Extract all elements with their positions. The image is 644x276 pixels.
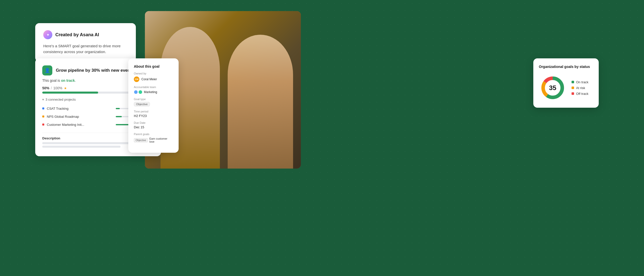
star-icon: ★: [64, 86, 67, 90]
project-progress-fill-csat: [116, 108, 120, 109]
parent-goals-label: Parent goals: [134, 133, 173, 136]
legend-item-at-risk: At risk: [572, 86, 588, 90]
project-dot-csat: [42, 107, 44, 109]
chart-area: 35 On track At risk Off track: [539, 74, 593, 102]
ai-icon: ✦: [43, 30, 52, 39]
project-dot-customer: [42, 124, 44, 126]
goal-type-badge: Objective: [134, 102, 150, 106]
progress-bar-fill: [42, 92, 98, 94]
progress-current: 50%: [42, 86, 49, 90]
project-name-nps: NPS Global Roadmap: [47, 115, 113, 119]
about-panel: About this goal Owned by CM Coral Meier …: [128, 58, 179, 153]
description-line-1: [42, 142, 137, 144]
parent-goals-section: Parent goals Objective Earn customer lov…: [134, 133, 173, 143]
due-date-value: Dec 15: [134, 125, 173, 129]
due-date-section: Due Date Dec 15: [134, 121, 173, 129]
goal-title: Grow pipeline by 30% with new events: [56, 68, 134, 73]
ai-card-title: Created by Asana AI: [55, 32, 99, 37]
team-avatar-2: [138, 90, 142, 94]
owner-name: Coral Meier: [141, 77, 157, 81]
project-progress-fill-customer: [116, 124, 130, 125]
ai-card: ✦ Created by Asana AI Here's a SMART goa…: [35, 23, 136, 62]
time-period-label: Time period: [134, 110, 173, 113]
goal-type-label: Goal type: [134, 98, 173, 101]
about-panel-title: About this goal: [134, 64, 173, 68]
owner-label: Owned by: [134, 72, 173, 75]
on-track-badge: on track: [61, 78, 75, 83]
accountable-label: Accountable team: [134, 86, 173, 89]
legend-dot-yellow: [572, 87, 574, 89]
description-line-2: [42, 146, 120, 148]
ai-card-header: ✦ Created by Asana AI: [43, 30, 128, 39]
parent-goal-item: Objective Earn customer love: [134, 137, 173, 143]
legend-label-at-risk: At risk: [576, 86, 585, 90]
chart-legend: On track At risk Off track: [572, 80, 588, 96]
team-section: Accountable team Marketing: [134, 86, 173, 94]
owner-avatar: CM: [134, 76, 139, 82]
org-chart-card: Organizational goals by status 35 On tra…: [533, 58, 599, 108]
goal-icon: 👤: [42, 65, 52, 75]
team-avatars: [134, 90, 142, 94]
time-period-section: Time period H2 FY23: [134, 110, 173, 118]
project-name-customer: Customer Marketing Init...: [47, 123, 113, 127]
team-name: Marketing: [144, 90, 157, 94]
ai-card-body: Here's a SMART goal generated to drive m…: [43, 43, 128, 55]
legend-label-on-track: On track: [576, 80, 588, 84]
legend-item-off-track: Off track: [572, 92, 588, 96]
owner-section: Owned by CM Coral Meier: [134, 72, 173, 82]
progress-total: 100%: [53, 86, 62, 90]
legend-dot-green: [572, 81, 574, 83]
time-period-value: H2 FY23: [134, 114, 173, 118]
legend-label-off-track: Off track: [576, 92, 588, 96]
team-row: Marketing: [134, 90, 173, 94]
project-dot-nps: [42, 115, 44, 117]
due-date-label: Due Date: [134, 121, 173, 124]
legend-dot-red: [572, 92, 574, 95]
donut-center-number: 35: [549, 84, 556, 92]
project-progress-fill-nps: [116, 116, 122, 117]
team-avatar-1: [134, 90, 138, 94]
parent-goal-badge: Objective: [134, 138, 148, 142]
donut-chart: 35: [539, 74, 567, 102]
goal-type-section: Goal type Objective: [134, 98, 173, 106]
legend-item-on-track: On track: [572, 80, 588, 84]
org-chart-title: Organizational goals by status: [539, 64, 593, 69]
project-name-csat: CSAT Tracking: [47, 107, 113, 110]
parent-goal-text: Earn customer love: [149, 137, 173, 143]
owner-row: CM Coral Meier: [134, 76, 173, 82]
